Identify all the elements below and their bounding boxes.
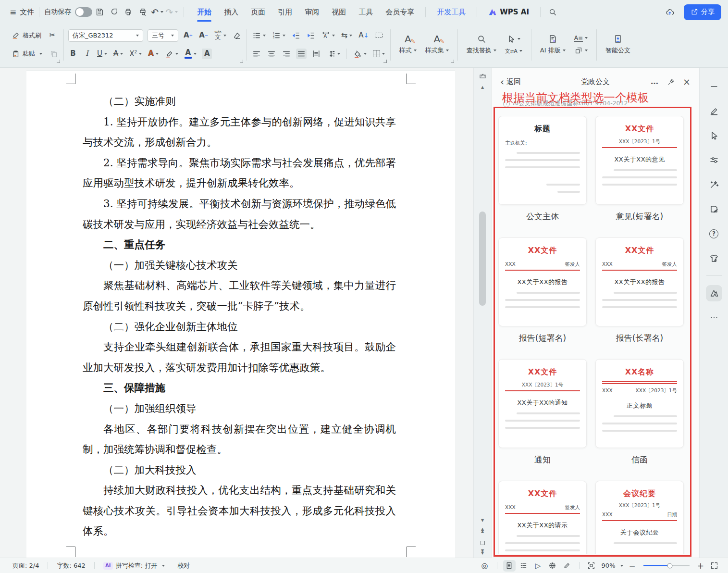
borders-button[interactable] [372, 49, 386, 59]
select-objects-button[interactable] [574, 46, 588, 55]
tab-dev-tools[interactable]: 开发工具 [431, 0, 472, 24]
focus-mode-button[interactable]: ◎ [479, 560, 491, 572]
char-format-button[interactable]: A≡ [574, 35, 588, 42]
close-panel-button[interactable]: × [683, 77, 691, 87]
bold-button[interactable]: B [68, 49, 78, 59]
superscript-button[interactable]: X2 [128, 49, 143, 59]
char-scale-button[interactable]: A [321, 30, 336, 41]
cut-button[interactable]: ✂ [48, 30, 57, 41]
bullet-list-button[interactable] [251, 30, 267, 41]
vertical-scrollbar[interactable]: ▲ ▼ ▲▲ ▼▼ [473, 68, 491, 558]
tab-page[interactable]: 页面 [245, 0, 271, 24]
template-item[interactable]: XX文件 XXX签发人 XX关于XX的报告 报告(短署名) [498, 237, 587, 359]
scrollbar-thumb[interactable] [479, 212, 486, 306]
template-item[interactable]: XX文件 XXX签发人 XX关于XX的报告 报告(长署名) [595, 237, 684, 359]
align-center-button[interactable] [266, 49, 277, 59]
collapse-button[interactable] [706, 78, 722, 95]
align-right-button[interactable] [281, 49, 292, 59]
page-view-button[interactable] [503, 560, 516, 572]
align-left-button[interactable] [251, 49, 262, 59]
style-set-button[interactable]: A✎ 样式集 [421, 33, 453, 56]
page-indicator[interactable]: 页面: 2/4 [12, 561, 39, 570]
phonetic-guide-button[interactable]: wén文 [213, 30, 227, 41]
web-view-button[interactable] [546, 560, 559, 572]
file-menu-button[interactable]: ≡ 文件 [10, 7, 34, 17]
browse-object-button[interactable] [474, 541, 491, 546]
skin-theme-button[interactable] [706, 250, 722, 266]
save-button[interactable] [92, 5, 107, 19]
select-cursor-button[interactable] [706, 127, 722, 144]
zoom-level[interactable]: 90% [602, 562, 623, 569]
tab-home[interactable]: 开始 [191, 0, 218, 24]
previous-page-button[interactable]: ▲▲ [474, 528, 491, 534]
strikethrough-button[interactable]: A [112, 49, 124, 59]
increase-indent-button[interactable] [306, 30, 316, 41]
clear-format-button[interactable] [232, 30, 242, 41]
pin-button[interactable] [667, 78, 675, 86]
paste-button[interactable]: 粘贴 [10, 48, 44, 60]
font-color-button[interactable]: A [184, 49, 197, 59]
search-button[interactable] [545, 5, 560, 19]
distribute-button[interactable] [311, 49, 321, 59]
edit-pen-button[interactable] [706, 103, 722, 119]
tab-member[interactable]: 会员专享 [379, 0, 420, 24]
tab-view[interactable]: 视图 [325, 0, 352, 24]
template-item[interactable]: 会议纪要 XXX〔2023〕1号 XXX日期 关于会议纪要 [595, 481, 684, 554]
word-count[interactable]: 字数: 642 [57, 561, 85, 570]
next-page-button[interactable]: ▼▼ [474, 550, 491, 555]
increase-font-button[interactable]: A+ [183, 30, 194, 41]
translate-button[interactable]: 文⇄A [505, 48, 522, 55]
line-spacing-button[interactable] [326, 49, 341, 59]
numbered-list-button[interactable]: 123 [271, 30, 286, 41]
zoom-in-button[interactable]: + [694, 561, 707, 571]
fullscreen-button[interactable] [708, 560, 720, 572]
scroll-down-button[interactable]: ▼ [474, 519, 491, 523]
font-size-select[interactable]: 三号 [148, 29, 178, 42]
ink-button[interactable] [561, 560, 573, 572]
outline-view-button[interactable] [518, 560, 530, 572]
back-button[interactable]: ‹返回 [500, 77, 521, 87]
slider-handle[interactable] [667, 563, 673, 568]
fit-page-button[interactable] [585, 560, 598, 572]
template-item[interactable]: 标题 主送机关: 公文主体 [498, 116, 587, 237]
zoom-out-button[interactable]: − [626, 561, 639, 571]
ai-layout-button[interactable]: AI 排版 [536, 33, 570, 56]
wps-assistant-button[interactable] [706, 285, 722, 301]
settings-sliders-button[interactable] [706, 152, 722, 168]
italic-button[interactable]: I [82, 49, 92, 59]
select-button[interactable] [507, 35, 520, 43]
paper-assistant-button[interactable] [706, 201, 722, 217]
decrease-indent-button[interactable] [291, 30, 301, 41]
document-page[interactable]: （二）实施准则 1. 坚持开放协作。建立多元主体参与的创新网络，促进知识共享与技… [26, 71, 455, 558]
document-text[interactable]: （二）实施准则 1. 坚持开放协作。建立多元主体参与的创新网络，促进知识共享与技… [83, 91, 396, 542]
print-button[interactable] [121, 5, 136, 19]
font-name-select[interactable]: 仿宋_GB2312 [68, 29, 143, 42]
scroll-up-button[interactable]: ▲ [474, 86, 491, 89]
share-button[interactable]: 分享 [684, 4, 721, 20]
help-button[interactable]: ? [706, 225, 722, 242]
tab-reference[interactable]: 引用 [271, 0, 298, 24]
copy-button[interactable] [49, 49, 59, 59]
magic-wand-button[interactable] [706, 176, 722, 193]
redo-button[interactable]: ↷ [164, 5, 179, 19]
template-item[interactable]: XX名称 XXXXXX〔2023〕1号 正文标题 信函 [595, 359, 684, 481]
text-box-button[interactable] [374, 30, 383, 41]
smart-doc-button[interactable]: 智能公文 [601, 33, 635, 56]
template-item[interactable]: XX文件 XXX签发人 XX关于XX的请示 [498, 481, 587, 554]
ruler-toggle-button[interactable] [474, 74, 491, 79]
char-shading-button[interactable]: A [202, 49, 212, 59]
spellcheck-control[interactable]: AI 拼写检查: 打开 [103, 561, 165, 570]
decrease-font-button[interactable]: A− [198, 30, 209, 41]
sort-button[interactable]: A↓ [358, 30, 370, 41]
proofread-button[interactable]: 校对 [177, 561, 190, 570]
find-replace-button[interactable]: 查找替换 [462, 33, 501, 56]
export-button[interactable] [107, 5, 121, 19]
template-item[interactable]: XX文件 XXX〔2023〕1号 XX关于XX的意见 意见(短署名) [595, 116, 684, 237]
document-canvas[interactable]: （二）实施准则 1. 坚持开放协作。建立多元主体参与的创新网络，促进知识共享与技… [0, 68, 473, 558]
more-tools-button[interactable] [706, 310, 722, 326]
template-item[interactable]: XX文件 XXX〔2023〕1号 XX关于XX的通知 通知 [498, 359, 587, 481]
undo-button[interactable]: ↶ [150, 5, 164, 19]
text-wrap-button[interactable]: ⇆ [340, 30, 353, 41]
cloud-upload-button[interactable] [663, 5, 677, 19]
format-painter-button[interactable]: 格式刷 [10, 30, 43, 41]
